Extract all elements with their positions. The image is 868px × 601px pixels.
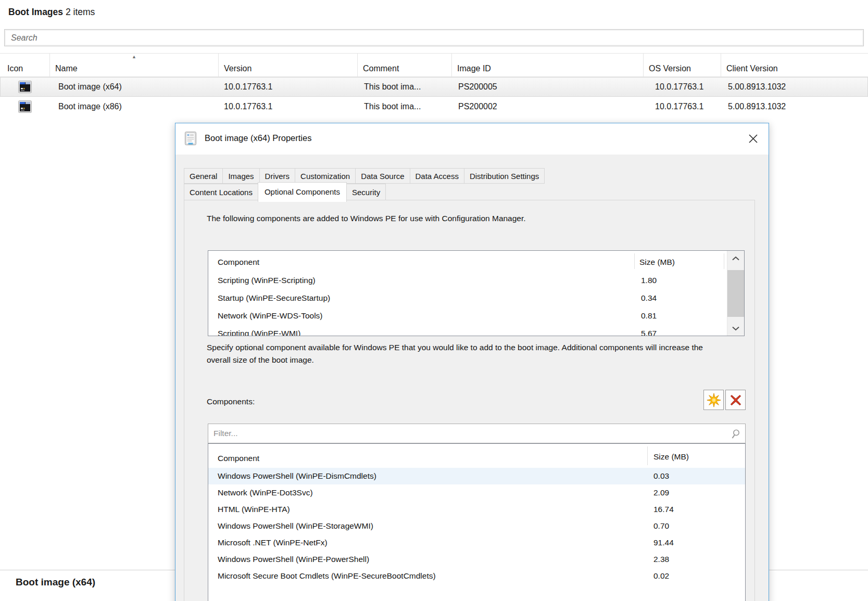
list-item[interactable]: Scripting (WinPE-Scripting) 1.80 [208, 272, 744, 289]
column-component[interactable]: Component [218, 454, 259, 463]
item-count: 2 items [66, 7, 95, 17]
list-item[interactable]: Scripting (WinPE-WMI) 5.67 [208, 325, 744, 336]
component-name: HTML (WinPE-HTA) [218, 505, 290, 514]
component-name: Scripting (WinPE-Scripting) [218, 276, 316, 285]
list-item[interactable]: Windows PowerShell (WinPE-PowerShell) 2.… [208, 551, 745, 568]
list-item[interactable]: HTML (WinPE-HTA) 16.74 [208, 501, 745, 518]
list-item[interactable]: Microsoft Secure Boot Cmdlets (WinPE-Sec… [208, 568, 745, 584]
column-header-image-id[interactable]: Image ID [452, 54, 644, 76]
component-size: 0.02 [653, 571, 669, 581]
column-header-name[interactable]: ▲ Name [50, 54, 219, 76]
list-item[interactable]: Windows PowerShell (WinPE-StorageWMI) 0.… [208, 518, 745, 534]
filter-box [208, 424, 746, 443]
column-header-client-version[interactable]: Client Version [721, 54, 868, 76]
list-item[interactable]: Microsoft .NET (WinPE-NetFx) 91.44 [208, 534, 745, 551]
column-header-os-version[interactable]: OS Version [644, 54, 721, 76]
cell-image-id: PS200005 [452, 82, 644, 92]
column-separator[interactable] [724, 253, 724, 269]
close-button[interactable] [745, 131, 761, 146]
list-column-headers: Icon ▲ Name Version Comment Image ID OS … [0, 53, 868, 77]
scroll-down-button[interactable] [727, 321, 744, 336]
cell-name: Boot image (x64) [50, 82, 219, 92]
tab-content-locations[interactable]: Content Locations [184, 184, 258, 200]
delete-component-button[interactable] [725, 390, 746, 410]
column-size-mb[interactable]: Size (MB) [639, 258, 675, 267]
column-size-mb[interactable]: Size (MB) [653, 452, 689, 462]
cell-image-id: PS200002 [452, 102, 644, 111]
vertical-scrollbar[interactable] [727, 251, 744, 336]
add-component-button[interactable] [703, 390, 724, 410]
component-size: 2.09 [653, 488, 669, 497]
tab-images[interactable]: Images [222, 168, 259, 184]
new-starburst-icon [706, 392, 722, 408]
tab-optional-components[interactable]: Optional Components [258, 182, 347, 202]
tab-data-source[interactable]: Data Source [355, 168, 410, 184]
tab-data-access[interactable]: Data Access [410, 168, 464, 184]
dialog-title: Boot image (x64) Properties [205, 133, 311, 143]
column-header-comment[interactable]: Comment [358, 54, 452, 76]
list-item[interactable]: Network (WinPE-Dot3Svc) 2.09 [208, 484, 745, 501]
tab-general[interactable]: General [184, 168, 223, 184]
component-name: Startup (WinPE-SecureStartup) [218, 293, 330, 303]
column-separator[interactable] [634, 253, 635, 269]
chevron-up-icon [732, 256, 740, 261]
cell-name: Boot image (x86) [50, 102, 219, 111]
component-name: Scripting (WinPE-WMI) [218, 329, 300, 336]
tab-distribution-settings[interactable]: Distribution Settings [464, 168, 545, 184]
list-item[interactable]: Network (WinPE-WDS-Tools) 0.81 [208, 307, 744, 325]
column-header-version[interactable]: Version [219, 54, 358, 76]
scroll-up-button[interactable] [727, 251, 744, 265]
component-size: 1.80 [641, 276, 657, 285]
component-name: Windows PowerShell (WinPE-StorageWMI) [218, 521, 373, 531]
close-x-icon [748, 134, 758, 144]
column-header-name-label: Name [55, 64, 78, 73]
component-name: Microsoft Secure Boot Cmdlets (WinPE-Sec… [218, 571, 436, 581]
column-separator[interactable] [647, 446, 648, 465]
added-components-description: The following components are added to Wi… [207, 214, 733, 223]
properties-window-icon [185, 132, 196, 147]
search-box [4, 29, 864, 46]
list-item[interactable]: Startup (WinPE-SecureStartup) 0.34 [208, 289, 744, 307]
tab-customization[interactable]: Customization [295, 168, 356, 184]
tab-drivers[interactable]: Drivers [259, 168, 296, 184]
cell-version: 10.0.17763.1 [219, 102, 358, 111]
sccm-console: Boot Images 2 items Icon ▲ Name Version … [0, 0, 868, 601]
page-title-text: Boot Images [8, 7, 63, 17]
boot-image-icon [0, 100, 50, 113]
filter-input[interactable] [213, 426, 713, 441]
tab-security[interactable]: Security [346, 184, 386, 200]
boot-image-icon [0, 81, 50, 93]
available-components-list-header: Component Size (MB) [208, 444, 745, 468]
details-pane-title: Boot image (x64) [16, 577, 95, 588]
column-component[interactable]: Component [218, 258, 259, 267]
component-size: 0.03 [653, 471, 669, 481]
component-size: 16.74 [653, 505, 674, 514]
delete-x-icon [728, 393, 743, 407]
list-item[interactable]: Windows PowerShell (WinPE-DismCmdlets) 0… [208, 468, 745, 484]
component-name: Windows PowerShell (WinPE-PowerShell) [218, 555, 369, 564]
component-name: Network (WinPE-WDS-Tools) [218, 311, 323, 321]
table-row-boot-image-x86[interactable]: Boot image (x86) 10.0.17763.1 This boot … [0, 97, 868, 117]
component-size: 0.70 [653, 521, 669, 531]
table-row-boot-image-x64[interactable]: Boot image (x64) 10.0.17763.1 This boot … [0, 77, 868, 97]
available-components-list: Component Size (MB) Windows PowerShell (… [208, 443, 746, 601]
cell-client-version: 5.00.8913.1032 [721, 102, 868, 111]
search-input[interactable] [11, 31, 740, 45]
column-header-icon[interactable]: Icon [0, 54, 50, 76]
component-size: 2.38 [653, 555, 669, 564]
component-name: Network (WinPE-Dot3Svc) [218, 488, 313, 497]
list-title-bar: Boot Images 2 items [0, 0, 868, 27]
cell-comment: This boot ima... [358, 82, 452, 92]
dialog-title-bar[interactable]: Boot image (x64) Properties [175, 123, 769, 155]
component-size: 0.34 [641, 293, 657, 303]
page-title: Boot Images 2 items [8, 7, 95, 18]
optional-components-tab-page: The following components are added to Wi… [184, 200, 755, 601]
tab-strip-row1: General Images Drivers Customization Dat… [184, 168, 544, 184]
cell-os-version: 10.0.17763.1 [644, 102, 721, 111]
added-components-list: Component Size (MB) Scripting (WinPE-Scr… [208, 250, 745, 336]
specify-components-description: Specify optional component available for… [207, 341, 706, 366]
cell-client-version: 5.00.8913.1032 [721, 82, 868, 92]
cell-comment: This boot ima... [358, 102, 452, 111]
scrollbar-thumb[interactable] [727, 270, 744, 317]
cell-version: 10.0.17763.1 [219, 82, 358, 92]
